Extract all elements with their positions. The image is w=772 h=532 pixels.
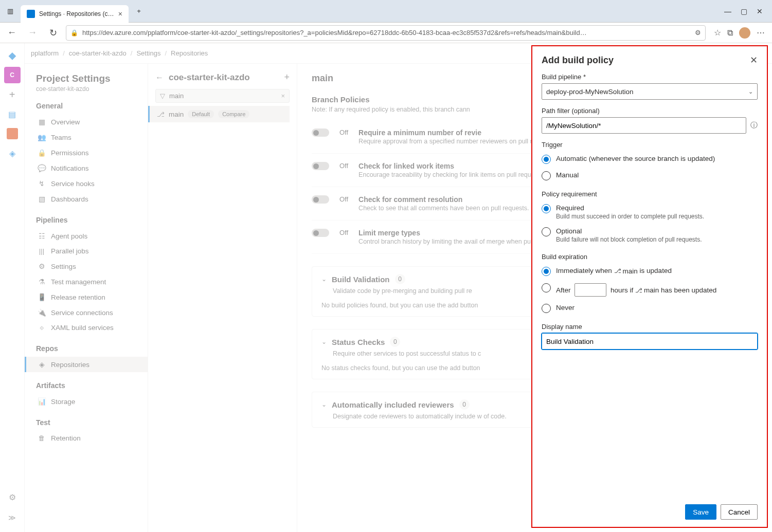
radio-label: Automatic (whenever the source branch is… — [556, 155, 715, 162]
radio-trigger-automatic[interactable]: Automatic (whenever the source branch is… — [542, 151, 758, 168]
new-tab-button[interactable]: + — [133, 5, 145, 17]
build-pipeline-select[interactable]: deploy-prod-MyNewSolution ⌄ — [542, 83, 758, 100]
info-icon[interactable]: ⓘ — [750, 121, 758, 130]
radio-indicator — [542, 267, 551, 276]
url-text: https://dev.azure.com/pplatform/coe-star… — [82, 29, 691, 36]
add-build-policy-panel: Add build policy ✕ Build pipeline * depl… — [531, 45, 768, 528]
radio-indicator — [542, 204, 551, 213]
radio-indicator — [542, 304, 551, 313]
profile-avatar[interactable] — [739, 27, 750, 39]
radio-label: Immediately when ⎇main is updated — [556, 267, 672, 275]
display-name-label: Display name — [542, 323, 758, 331]
panel-close-button[interactable]: ✕ — [750, 54, 758, 66]
radio-optional[interactable]: Optional Build failure will not block co… — [542, 224, 758, 247]
site-info-icon[interactable]: 🔒 — [70, 29, 78, 36]
radio-label: Never — [556, 304, 574, 311]
browser-toolbar: ← → ↻ 🔒 https://dev.azure.com/pplatform/… — [0, 23, 772, 43]
tab-close-button[interactable]: × — [118, 10, 122, 18]
radio-indicator — [542, 171, 551, 180]
url-bar[interactable]: 🔒 https://dev.azure.com/pplatform/coe-st… — [66, 25, 706, 41]
path-filter-input[interactable] — [542, 117, 746, 134]
refresh-button[interactable]: ↻ — [45, 25, 61, 41]
tab-title: Settings · Repositories (coe-start… — [39, 10, 114, 17]
back-button[interactable]: ← — [4, 25, 20, 41]
browser-tab-strip: ▥ Settings · Repositories (coe-start… × … — [0, 0, 772, 23]
favorites-button[interactable]: ☆ — [714, 28, 721, 38]
radio-help-text: Build must succeed in order to complete … — [556, 213, 704, 220]
window-minimize-button[interactable]: — — [724, 7, 731, 15]
radio-required[interactable]: Required Build must succeed in order to … — [542, 200, 758, 224]
radio-expire-immediately[interactable]: Immediately when ⎇main is updated — [542, 263, 758, 280]
branch-icon: ⎇ — [614, 267, 621, 274]
panel-title: Add build policy — [542, 55, 750, 66]
radio-label: Manual — [556, 171, 579, 179]
browser-menu-button[interactable]: ⋯ — [757, 28, 765, 38]
build-expiration-label: Build expiration — [542, 253, 758, 261]
azure-devops-favicon — [27, 10, 35, 18]
expire-hours-input[interactable] — [574, 283, 606, 297]
radio-indicator — [542, 283, 551, 292]
branch-icon: ⎇ — [635, 287, 642, 294]
radio-help-text: Build failure will not block completion … — [556, 236, 702, 243]
chevron-down-icon: ⌄ — [748, 88, 753, 95]
radio-expire-after[interactable]: After hours if ⎇main has been updated — [542, 280, 758, 300]
radio-expire-never[interactable]: Never — [542, 300, 758, 317]
forward-button[interactable]: → — [25, 25, 40, 41]
build-pipeline-label: Build pipeline * — [542, 73, 758, 81]
radio-indicator — [542, 227, 551, 236]
cancel-button[interactable]: Cancel — [721, 504, 758, 520]
policy-requirement-label: Policy requirement — [542, 190, 758, 198]
radio-label: After hours if ⎇main has been updated — [556, 283, 716, 297]
display-name-input[interactable] — [542, 333, 758, 350]
radio-indicator — [542, 155, 551, 164]
site-settings-icon[interactable]: ⚙ — [695, 29, 701, 36]
window-maximize-button[interactable]: ▢ — [741, 7, 747, 15]
browser-tab-active[interactable]: Settings · Repositories (coe-start… × — [21, 5, 129, 23]
save-button[interactable]: Save — [685, 504, 716, 520]
trigger-label: Trigger — [542, 141, 758, 149]
select-value: deploy-prod-MyNewSolution — [546, 88, 634, 96]
radio-trigger-manual[interactable]: Manual — [542, 168, 758, 184]
window-close-button[interactable]: ✕ — [757, 7, 763, 15]
radio-label: Optional — [556, 227, 702, 235]
path-filter-label: Path filter (optional) — [542, 107, 758, 115]
tab-actions-button[interactable]: ▥ — [4, 5, 16, 17]
radio-label: Required — [556, 204, 704, 212]
collections-button[interactable]: ⧉ — [727, 28, 733, 38]
